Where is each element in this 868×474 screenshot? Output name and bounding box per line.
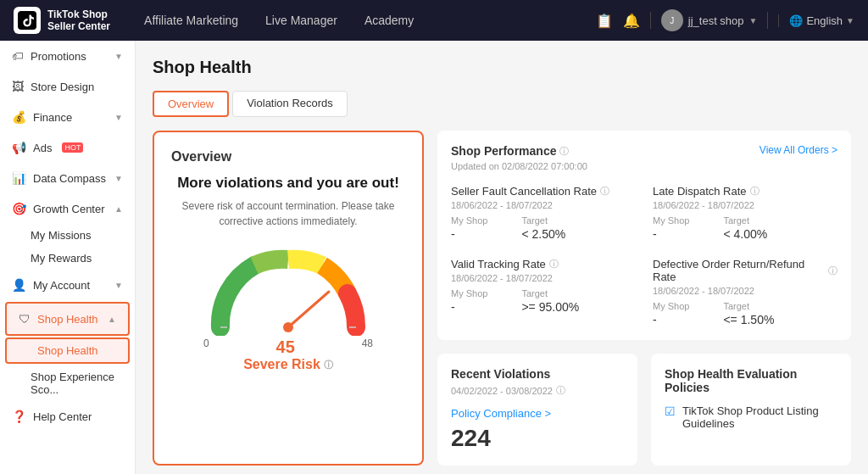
- gauge-max-label: 48: [362, 337, 373, 357]
- metric-defective-order-myshop: My Shop -: [653, 301, 689, 326]
- nav-live-manager[interactable]: Live Manager: [265, 14, 337, 27]
- recent-violations-card: Recent Violations 04/02/2022 - 03/08/202…: [437, 354, 637, 466]
- metric-valid-tracking-info-icon[interactable]: ⓘ: [549, 258, 559, 270]
- overview-desc-text: Severe risk of account termination. Plea…: [171, 198, 405, 229]
- metric-defective-order-target: Target <= 1.50%: [723, 301, 774, 326]
- notification-bell-icon[interactable]: 🔔: [623, 13, 640, 29]
- svg-point-3: [283, 322, 293, 332]
- shop-performance-card: Shop Performance ⓘ View All Orders > Upd…: [437, 131, 851, 340]
- sidebar-label-growth-center: Growth Center: [33, 203, 105, 215]
- username-label: jj_test shop: [688, 14, 744, 27]
- sidebar-item-shop-health[interactable]: 🛡 Shop Health ▲: [5, 302, 130, 336]
- sidebar-label-shop-exp-score: Shop Experience Sco...: [31, 371, 114, 396]
- sidebar-item-my-rewards[interactable]: My Rewards: [0, 247, 135, 270]
- shop-perf-info-icon[interactable]: ⓘ: [559, 145, 569, 158]
- sidebar-item-shop-health-sub[interactable]: Shop Health: [5, 337, 130, 364]
- sidebar: 🏷 Promotions ▼ 🖼 Store Design 💰 Finance …: [0, 41, 136, 474]
- metric-defective-order-date: 18/06/2022 - 18/07/2022: [653, 286, 837, 296]
- sidebar-label-help-center: Help Center: [33, 410, 92, 423]
- sidebar-item-finance[interactable]: 💰 Finance ▼: [0, 102, 135, 132]
- tabs: Overview Violation Records: [153, 91, 851, 117]
- gauge-status-info-icon[interactable]: ⓘ: [324, 359, 333, 371]
- gauge-min-label: 0: [203, 337, 209, 357]
- promotions-chevron-icon: ▼: [114, 52, 123, 61]
- shop-health-chevron-icon: ▲: [108, 315, 116, 324]
- my-account-icon: 👤: [12, 278, 26, 292]
- metric-late-dispatch-info-icon[interactable]: ⓘ: [750, 185, 760, 198]
- store-design-icon: 🖼: [12, 80, 24, 93]
- sidebar-label-shop-health-sub: Shop Health: [37, 344, 98, 357]
- data-compass-icon: 📊: [12, 171, 26, 185]
- metric-late-dispatch-name: Late Dispatch Rate: [653, 185, 747, 198]
- sidebar-item-my-missions[interactable]: My Missions: [0, 224, 135, 247]
- page-title: Shop Health: [153, 58, 851, 77]
- sidebar-item-my-account[interactable]: 👤 My Account ▼: [0, 270, 135, 300]
- sidebar-item-data-compass[interactable]: 📊 Data Compass ▼: [0, 163, 135, 193]
- perf-updated-text: Updated on 02/08/2022 07:00:00: [451, 161, 837, 171]
- eval-policy-item: ☑ TikTok Shop Product Listing Guidelines: [665, 404, 837, 430]
- data-compass-chevron-icon: ▼: [114, 174, 123, 183]
- violations-info-icon[interactable]: ⓘ: [556, 384, 565, 397]
- sidebar-label-my-rewards: My Rewards: [31, 252, 92, 265]
- nav-academy[interactable]: Academy: [364, 14, 414, 27]
- help-center-icon: ❓: [12, 410, 26, 423]
- bottom-panels: Recent Violations 04/02/2022 - 03/08/202…: [437, 354, 851, 466]
- gauge-value-label: 45: [276, 337, 295, 357]
- globe-icon: 🌐: [789, 14, 803, 27]
- gauge-chart: [203, 243, 373, 336]
- logo-area: TikTok Shop Seller Center: [14, 7, 110, 34]
- metric-seller-fault-target: Target < 2.50%: [521, 215, 565, 241]
- language-selector[interactable]: 🌐 English ▼: [778, 14, 854, 27]
- eval-policy-label: TikTok Shop Product Listing Guidelines: [682, 404, 837, 430]
- top-nav: Affiliate Marketing Live Manager Academy: [144, 14, 596, 27]
- metric-seller-fault: Seller Fault Cancellation Rate ⓘ 18/06/2…: [451, 185, 636, 241]
- sidebar-item-help-center[interactable]: ❓ Help Center: [0, 401, 135, 432]
- finance-chevron-icon: ▼: [114, 113, 123, 122]
- shop-perf-title: Shop Performance: [451, 144, 556, 158]
- logo-text: TikTok Shop Seller Center: [47, 8, 110, 33]
- eval-checkbox-icon: ☑: [665, 404, 676, 418]
- sidebar-label-shop-health: Shop Health: [37, 313, 98, 326]
- metric-seller-fault-myshop: My Shop -: [451, 215, 487, 241]
- view-all-orders-link[interactable]: View All Orders >: [760, 144, 837, 156]
- metric-defective-order-info-icon[interactable]: ⓘ: [828, 265, 837, 277]
- gauge-container: 0 45 48 Severe Risk ⓘ: [171, 243, 405, 372]
- tiktok-logo-icon: [14, 7, 41, 34]
- metric-valid-tracking: Valid Tracking Rate ⓘ 18/06/2022 - 18/07…: [451, 258, 636, 326]
- user-menu[interactable]: J jj_test shop ▼: [661, 9, 758, 31]
- my-account-chevron-icon: ▼: [114, 281, 123, 290]
- overview-warning-text: More violations and you are out!: [171, 175, 405, 192]
- metric-late-dispatch-date: 18/06/2022 - 18/07/2022: [653, 200, 837, 210]
- sidebar-item-shop-exp-score[interactable]: Shop Experience Sco...: [0, 365, 135, 401]
- tab-violation-records[interactable]: Violation Records: [232, 91, 348, 117]
- finance-icon: 💰: [12, 110, 26, 124]
- violations-count: 224: [451, 425, 624, 452]
- policy-compliance-link[interactable]: Policy Compliance >: [451, 407, 624, 420]
- tab-overview[interactable]: Overview: [153, 91, 229, 117]
- metric-valid-tracking-target: Target >= 95.00%: [521, 288, 579, 314]
- growth-center-chevron-icon: ▲: [114, 204, 123, 214]
- sidebar-label-my-account: My Account: [33, 279, 90, 292]
- sidebar-item-store-design[interactable]: 🖼 Store Design: [0, 71, 135, 102]
- metric-valid-tracking-name: Valid Tracking Rate: [451, 258, 546, 270]
- hot-badge: HOT: [62, 142, 83, 153]
- metrics-grid: Seller Fault Cancellation Rate ⓘ 18/06/2…: [451, 185, 837, 326]
- sidebar-label-my-missions: My Missions: [31, 229, 92, 242]
- growth-center-icon: 🎯: [12, 202, 26, 215]
- lang-chevron-icon: ▼: [846, 16, 854, 25]
- metric-seller-fault-date: 18/06/2022 - 18/07/2022: [451, 200, 636, 210]
- gauge-status: Severe Risk ⓘ: [243, 357, 333, 372]
- metric-late-dispatch: Late Dispatch Rate ⓘ 18/06/2022 - 18/07/…: [653, 185, 837, 241]
- clipboard-icon[interactable]: 📋: [596, 13, 613, 29]
- sidebar-label-store-design: Store Design: [31, 81, 94, 93]
- sidebar-item-promotions[interactable]: 🏷 Promotions ▼: [0, 41, 135, 71]
- avatar: J: [661, 9, 683, 31]
- sidebar-item-growth-center[interactable]: 🎯 Growth Center ▲: [0, 193, 135, 224]
- header: TikTok Shop Seller Center Affiliate Mark…: [0, 0, 868, 41]
- sidebar-label-ads: Ads: [33, 142, 52, 154]
- overview-card: Overview More violations and you are out…: [153, 131, 424, 466]
- metric-seller-fault-info-icon[interactable]: ⓘ: [600, 185, 609, 198]
- divider: [650, 12, 651, 29]
- sidebar-item-ads[interactable]: 📢 Ads HOT: [0, 132, 135, 163]
- nav-affiliate-marketing[interactable]: Affiliate Marketing: [144, 14, 238, 27]
